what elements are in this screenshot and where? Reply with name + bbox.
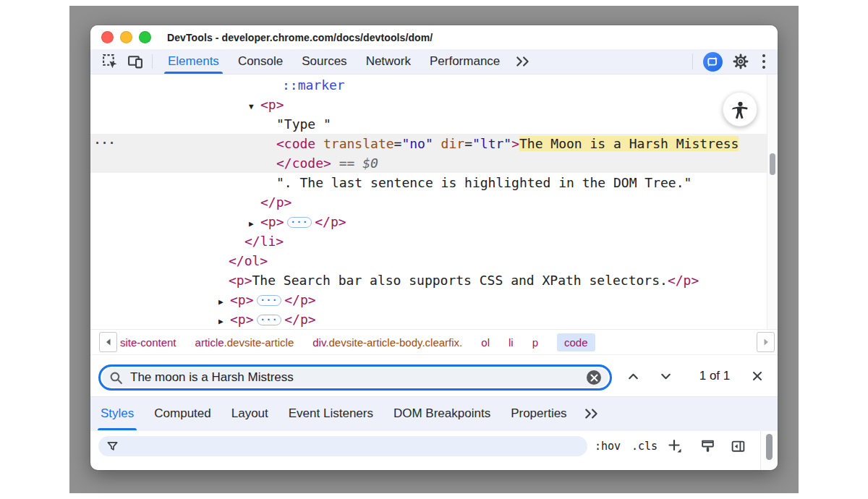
breadcrumb-item-li[interactable]: li (509, 336, 514, 349)
breadcrumb-list: site-contentarticle.devsite-articlediv.d… (120, 333, 608, 351)
dom-segment: </li> (244, 234, 284, 249)
breadcrumb-scroll-right-icon[interactable] (757, 332, 775, 352)
toolbar-divider (692, 54, 693, 69)
zoom-window-button[interactable] (139, 31, 151, 43)
toggle-element-state-button[interactable]: :hov (595, 431, 621, 461)
breadcrumb-tag: article (195, 336, 224, 349)
breadcrumb-item-div[interactable]: div.devsite-article-body.clearfix. (312, 336, 462, 349)
ai-assistant-icon[interactable] (703, 52, 723, 72)
dom-tree-row[interactable]: "Type " (90, 114, 767, 134)
dom-segment: == $0 (331, 155, 378, 171)
tab-network[interactable]: Network (357, 49, 420, 74)
tab-console[interactable]: Console (229, 49, 292, 74)
tab-dom-breakpoints[interactable]: DOM Breakpoints (383, 397, 501, 430)
breadcrumb-classes: .devsite-article-body.clearfix. (326, 336, 462, 349)
breadcrumb-item-p[interactable]: p (532, 336, 538, 349)
breadcrumb-item-site-content[interactable]: site-content (120, 336, 176, 349)
breadcrumb-tag: site-content (120, 336, 176, 349)
settings-gear-icon[interactable] (730, 51, 752, 72)
tab-elements[interactable]: Elements (158, 49, 229, 74)
element-classes-button[interactable]: .cls (631, 431, 658, 461)
search-input[interactable] (130, 370, 587, 385)
dom-tree-row[interactable]: ". The last sentence is highlighted in t… (90, 173, 767, 192)
dom-segment: </p> (260, 195, 292, 210)
dom-segment: dir (433, 136, 464, 151)
device-toolbar-icon[interactable] (126, 52, 145, 71)
breadcrumb-item-code[interactable]: code (557, 333, 595, 351)
dom-tree-row[interactable]: ···<code translate="no" dir="ltr">The Mo… (90, 134, 767, 153)
expand-arrow-icon[interactable]: ▶ (249, 214, 260, 234)
minimize-window-button[interactable] (120, 31, 132, 43)
toggle-sidebar-icon[interactable] (727, 435, 749, 457)
tab-performance[interactable]: Performance (420, 49, 509, 74)
devtools-window: DevTools - developer.chrome.com/docs/dev… (90, 25, 778, 470)
more-sidebar-tabs-icon[interactable] (580, 404, 603, 423)
close-window-button[interactable] (101, 31, 114, 43)
styles-filter-field[interactable] (98, 436, 587, 456)
rendering-brush-icon[interactable] (697, 435, 718, 457)
dom-segment: </p> (284, 292, 315, 307)
screenshot-stage: DevTools - developer.chrome.com/docs/dev… (0, 0, 868, 499)
expand-arrow-icon[interactable]: ▶ (218, 292, 230, 312)
dom-scrollbar-track[interactable] (767, 74, 778, 329)
title-bar: DevTools - developer.chrome.com/docs/dev… (90, 25, 778, 49)
match-count-label: 1 of 1 (689, 364, 740, 388)
styles-scrollbar-thumb[interactable] (766, 434, 773, 460)
dom-segment: </ol> (229, 253, 268, 268)
previous-match-icon[interactable] (621, 364, 645, 388)
dom-segment: = (394, 136, 402, 151)
panel-tabs: ElementsConsoleSourcesNetworkPerformance (158, 49, 509, 74)
tab-layout[interactable]: Layout (221, 397, 278, 430)
breadcrumb: site-contentarticle.devsite-articlediv.d… (90, 329, 778, 354)
clear-search-icon[interactable] (587, 370, 601, 385)
breadcrumb-classes: .devsite-article (224, 336, 294, 349)
next-match-icon[interactable] (653, 364, 678, 388)
dom-tree-row[interactable]: ▶<p>···</p> (90, 290, 767, 310)
search-field[interactable] (98, 364, 612, 391)
breadcrumb-tag: div (312, 336, 326, 349)
toolbar-right-group (692, 49, 778, 74)
dom-tree-row[interactable]: ▼<p> (90, 95, 767, 114)
tab-event-listeners[interactable]: Event Listeners (278, 397, 383, 430)
dom-tree-row[interactable]: ▶<p>···</p> (90, 212, 767, 231)
dom-segment: "ltr" (472, 136, 511, 151)
tab-computed[interactable]: Computed (144, 397, 221, 430)
dom-tree-row[interactable]: </li> (90, 231, 767, 251)
breadcrumb-scroll-left-icon[interactable] (99, 332, 117, 352)
breadcrumb-tag: ol (481, 336, 490, 349)
expand-ellipsis-icon[interactable]: ··· (287, 217, 312, 228)
accessibility-icon[interactable] (723, 92, 757, 127)
collapse-arrow-icon[interactable]: ▼ (249, 97, 260, 116)
dom-segment: ::marker (282, 77, 345, 93)
expand-ellipsis-icon[interactable]: ··· (257, 315, 282, 325)
breadcrumb-item-ol[interactable]: ol (481, 336, 490, 349)
expand-arrow-icon[interactable]: ▶ (218, 312, 230, 329)
styles-filter-row: :hov .cls (90, 430, 778, 461)
tab-styles[interactable]: Styles (90, 397, 144, 430)
tab-properties[interactable]: Properties (501, 397, 576, 430)
dom-segment: = (464, 136, 472, 151)
breadcrumb-tag: p (532, 336, 538, 349)
dom-scrollbar-thumb[interactable] (770, 153, 775, 175)
dom-segment: <code (276, 136, 315, 151)
new-style-rule-icon[interactable] (664, 435, 686, 457)
search-icon (109, 371, 123, 385)
breadcrumb-item-article[interactable]: article.devsite-article (195, 336, 294, 349)
tab-sources[interactable]: Sources (292, 49, 356, 74)
dom-tree-row[interactable]: </ol> (90, 251, 767, 270)
dom-tree-row[interactable]: </p> (90, 192, 767, 212)
inspect-element-icon[interactable] (101, 52, 119, 71)
window-title: DevTools - developer.chrome.com/docs/dev… (167, 32, 433, 43)
devtools-toolbar: ElementsConsoleSourcesNetworkPerformance (90, 49, 778, 74)
dom-segment: "no" (401, 136, 433, 151)
styles-filter-input[interactable] (124, 440, 579, 453)
dom-tree-row[interactable]: </code> == $0 (90, 153, 767, 173)
dom-tree-row[interactable]: ::marker (90, 75, 767, 95)
close-search-icon[interactable] (745, 364, 770, 388)
more-tabs-icon[interactable] (512, 52, 534, 71)
expand-ellipsis-icon[interactable]: ··· (257, 295, 282, 306)
kebab-menu-icon[interactable] (756, 51, 772, 72)
dom-tree-row[interactable]: ▶<p>···</p> (90, 310, 767, 329)
dom-segment: <p> (260, 97, 284, 112)
dom-tree-row[interactable]: <p>The Search bar also supports CSS and … (90, 270, 767, 290)
